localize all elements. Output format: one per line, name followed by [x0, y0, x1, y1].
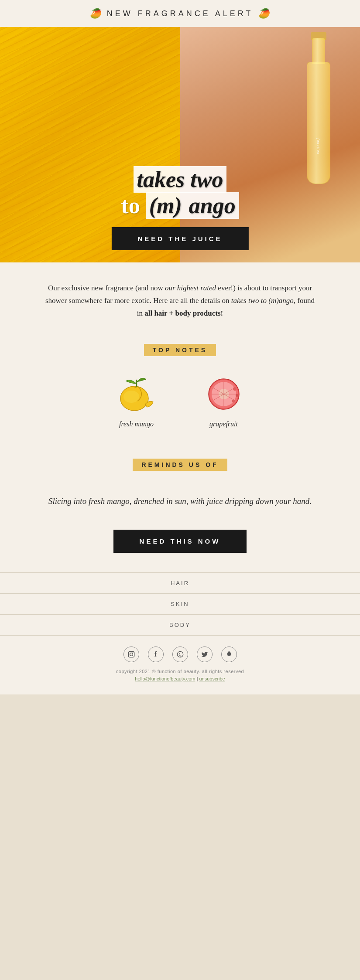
hero-cta-bar: NEED THE JUICE [111, 227, 248, 250]
headline-line2-pre: to [121, 193, 145, 218]
headline-line2-post: ango [185, 192, 239, 219]
top-notes-badge: TOP NOTES [144, 344, 216, 356]
notes-icons-row: fresh mango [26, 371, 334, 428]
grapefruit-icon [202, 371, 246, 415]
svg-point-15 [130, 653, 133, 656]
nav-link-body[interactable]: BODY [0, 615, 360, 636]
headline-line2-italic: (m) [146, 192, 185, 219]
nav-links: HAIR SKIN BODY [0, 572, 360, 636]
grapefruit-label: grapefruit [209, 420, 238, 428]
bottle-body: function [307, 62, 330, 184]
need-this-now-button[interactable]: NEED THIS NOW [113, 530, 247, 553]
header-title: NEW FRAGRANCE ALERT [107, 9, 254, 18]
twitter-icon[interactable] [197, 647, 213, 662]
cta2-section: NEED THIS NOW [0, 523, 360, 572]
svg-point-1 [123, 391, 139, 403]
reminds-badge: REMINDS US OF [133, 459, 227, 471]
bottle-neck [312, 38, 325, 64]
hero-section: function takes two to (m)ango NEED THE J… [0, 27, 360, 262]
instagram-icon[interactable] [123, 647, 139, 662]
nav-link-hair[interactable]: HAIR [0, 573, 360, 594]
mango-emoji-right: 🥭 [258, 8, 270, 19]
reminds-section: REMINDS US OF Slicing into fresh mango, … [0, 452, 360, 523]
mango-icon [115, 371, 158, 415]
bottle-tall: function [303, 36, 334, 184]
nav-link-skin[interactable]: SKIN [0, 594, 360, 615]
copyright-text: copyright 2021 © function of beauty. all… [0, 669, 360, 674]
note-item-mango: fresh mango [115, 371, 158, 428]
hero-text-overlay: takes two to (m)ango [89, 167, 272, 219]
svg-rect-14 [128, 651, 134, 657]
description-section: Our exclusive new fragrance (and now our… [0, 262, 360, 335]
svg-point-12 [236, 394, 238, 397]
unsubscribe-link[interactable]: unsubscribe [199, 676, 225, 681]
headline-line1: takes two [134, 166, 227, 193]
desc-italic2: takes two to (m)ango [231, 296, 294, 305]
description-text: Our exclusive new fragrance (and now our… [44, 282, 316, 320]
pinterest-icon[interactable] [172, 647, 188, 662]
mango-emoji-left: 🥭 [90, 8, 102, 19]
social-section: f copyright 2021 © function of be [0, 636, 360, 694]
note-item-grapefruit: grapefruit [202, 371, 246, 428]
snapchat-icon[interactable] [221, 647, 237, 662]
svg-point-11 [233, 387, 237, 391]
svg-point-16 [132, 652, 133, 653]
desc-plain1: Our exclusive new fragrance (and now [48, 284, 165, 292]
desc-italic1: our highest rated [165, 284, 216, 292]
email-link[interactable]: hello@functionofbeauty.com [135, 676, 195, 681]
facebook-icon[interactable]: f [148, 647, 164, 662]
need-juice-button[interactable]: NEED THE JUICE [111, 227, 248, 250]
desc-bold: all hair + body products! [144, 309, 223, 317]
reminds-text: Slicing into fresh mango, drenched in su… [44, 495, 316, 508]
hero-headline: takes two to (m)ango [89, 167, 272, 219]
mango-label: fresh mango [119, 420, 154, 428]
email-header: 🥭 NEW FRAGRANCE ALERT 🥭 [0, 0, 360, 27]
top-notes-section: TOP NOTES [0, 335, 360, 452]
footer-links: hello@functionofbeauty.com | unsubscribe [0, 676, 360, 681]
svg-point-13 [232, 399, 235, 402]
social-icons-row: f [0, 647, 360, 662]
bottle-label: function [316, 138, 321, 155]
